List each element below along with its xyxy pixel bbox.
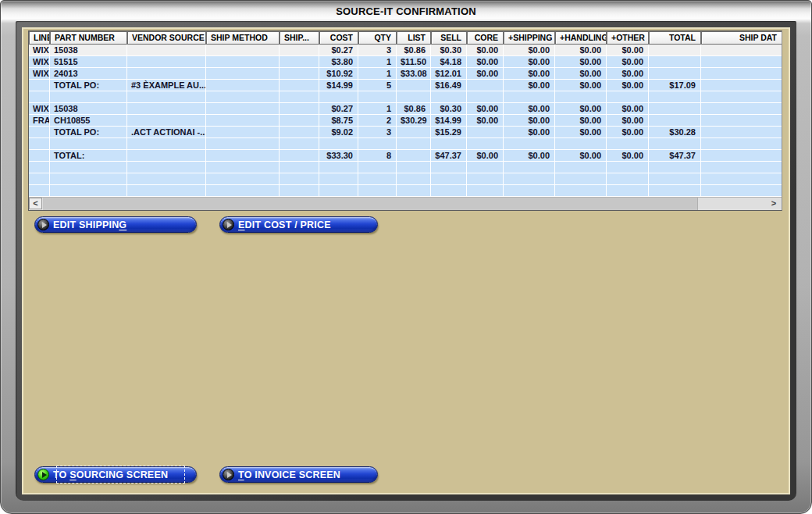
- table-cell: [431, 185, 467, 196]
- table-cell: #3 ÈXAMPLE AU...: [127, 80, 206, 91]
- table-cell: [29, 138, 50, 149]
- column-header-part-number[interactable]: PART NUMBER: [50, 31, 127, 45]
- scrollbar-thumb[interactable]: [43, 198, 698, 210]
- column-header-ship-dat[interactable]: SHIP DAT: [701, 31, 782, 45]
- column-header-other[interactable]: +OTHER: [607, 31, 649, 45]
- table-cell: $0.00: [504, 45, 555, 55]
- table-cell: [206, 56, 280, 67]
- table-cell: [206, 68, 280, 79]
- table-cell: [504, 138, 555, 149]
- table-cell: [358, 185, 397, 196]
- table-cell: [607, 91, 649, 102]
- scroll-left-icon: <: [33, 198, 37, 208]
- table-cell: $4.18: [431, 56, 467, 67]
- table-row[interactable]: [29, 185, 782, 197]
- column-header-sell[interactable]: SELL: [431, 31, 467, 45]
- table-cell: [431, 91, 467, 102]
- table-row[interactable]: WIX51515$3.801$11.50$4.18$0.00$0.00$0.00…: [29, 56, 782, 68]
- table-cell: [29, 91, 50, 102]
- table-cell: $11.50: [397, 56, 431, 67]
- table-cell: $9.02: [319, 127, 358, 137]
- table-cell: [29, 185, 50, 196]
- table-row[interactable]: [29, 162, 782, 173]
- to-sourcing-screen-button[interactable]: TO SOURCING SCREEN: [34, 466, 197, 483]
- table-cell: [555, 138, 607, 149]
- table-row[interactable]: WIX24013$10.921$33.08$12.01$0.00$0.00$0.…: [29, 68, 782, 80]
- table-cell: [206, 138, 280, 149]
- scroll-left-button[interactable]: <: [29, 198, 42, 209]
- table-cell: [701, 138, 782, 149]
- table-cell: [397, 185, 431, 196]
- table-row[interactable]: WIX15038$0.271$0.86$0.30$0.00$0.00$0.00$…: [29, 103, 782, 115]
- table-cell: 1: [358, 103, 397, 114]
- table-row[interactable]: [29, 173, 782, 185]
- table-cell: TOTAL PO:: [50, 80, 127, 91]
- table-cell: [397, 80, 431, 91]
- edit-cost-price-button[interactable]: EDIT COST / PRICE: [219, 216, 378, 233]
- table-cell: 51515: [50, 56, 127, 67]
- table-cell: [649, 56, 701, 67]
- table-row[interactable]: FRACH10855$8.752$30.29$14.99$0.00$0.00$0…: [29, 115, 782, 127]
- column-header-ship[interactable]: SHIP...: [280, 31, 319, 45]
- table-cell: $0.00: [607, 68, 649, 79]
- column-header-handling[interactable]: +HANDLING: [555, 31, 607, 45]
- column-header-total[interactable]: TOTAL: [649, 31, 701, 45]
- table-cell: [467, 173, 504, 184]
- table-cell: [319, 173, 358, 184]
- table-cell: WIX: [29, 45, 50, 55]
- table-cell: .ACT ACTIONAI -...: [127, 127, 206, 137]
- table-cell: $0.00: [607, 45, 649, 55]
- table-cell: [206, 103, 280, 114]
- table-cell: 15038: [50, 103, 127, 114]
- column-header-cost[interactable]: COST: [319, 31, 358, 45]
- horizontal-scrollbar[interactable]: < >: [29, 197, 782, 210]
- column-header-line[interactable]: LINE: [29, 31, 50, 45]
- table-cell: [127, 91, 206, 102]
- table-cell: [397, 150, 431, 161]
- table-row[interactable]: TOTAL PO:.ACT ACTIONAI -...$9.023$15.29$…: [29, 127, 782, 138]
- to-invoice-screen-button[interactable]: TO INVOICE SCREEN: [219, 466, 378, 483]
- table-row[interactable]: TOTAL PO:#3 ÈXAMPLE AU...$14.995$16.49$0…: [29, 80, 782, 91]
- table-cell: $0.00: [555, 150, 607, 161]
- table-row[interactable]: [29, 138, 782, 150]
- table-cell: $17.09: [649, 80, 701, 91]
- table-cell: TOTAL PO:: [50, 127, 127, 137]
- table-cell: $0.86: [397, 103, 431, 114]
- scroll-right-button[interactable]: >: [767, 198, 780, 210]
- table-cell: WIX: [29, 56, 50, 67]
- column-header-vendor-source[interactable]: VENDOR SOURCE: [127, 31, 206, 45]
- table-cell: [701, 127, 782, 137]
- column-header-ship-method[interactable]: SHIP METHOD: [206, 31, 280, 45]
- table-cell: 3: [358, 127, 397, 137]
- table-row[interactable]: WIX15038$0.273$0.86$0.30$0.00$0.00$0.00$…: [29, 45, 782, 56]
- inner-frame: LINEPART NUMBERVENDOR SOURCESHIP METHODS…: [16, 21, 796, 501]
- table-cell: [319, 138, 358, 149]
- table-cell: $8.75: [319, 115, 358, 126]
- table-cell: $33.08: [397, 68, 431, 79]
- edit-shipping-button[interactable]: EDIT SHIPPING: [34, 216, 197, 233]
- table-cell: [319, 185, 358, 196]
- table-cell: [701, 91, 782, 102]
- table-cell: [206, 127, 280, 137]
- table-cell: [206, 80, 280, 91]
- column-header-core[interactable]: CORE: [467, 31, 504, 45]
- table-cell: [358, 173, 397, 184]
- play-arrow-icon: [37, 219, 49, 230]
- column-header-shipping[interactable]: +SHIPPING: [504, 31, 555, 45]
- table-cell: 1: [358, 68, 397, 79]
- table-cell: [701, 115, 782, 126]
- table-cell: [649, 138, 701, 149]
- table-cell: [50, 138, 127, 149]
- table-cell: [29, 173, 50, 184]
- table-cell: $30.29: [397, 115, 431, 126]
- table-cell: $0.00: [504, 68, 555, 79]
- table-row[interactable]: [29, 91, 782, 103]
- table-cell: [701, 68, 782, 79]
- table-row[interactable]: TOTAL:$33.308$47.37$0.00$0.00$0.00$0.00$…: [29, 150, 782, 162]
- table-cell: [206, 162, 280, 173]
- table-cell: [280, 80, 319, 91]
- column-header-qty[interactable]: QTY: [358, 31, 397, 45]
- table-cell: [649, 173, 701, 184]
- column-header-list[interactable]: LIST: [397, 31, 431, 45]
- table-cell: [467, 138, 504, 149]
